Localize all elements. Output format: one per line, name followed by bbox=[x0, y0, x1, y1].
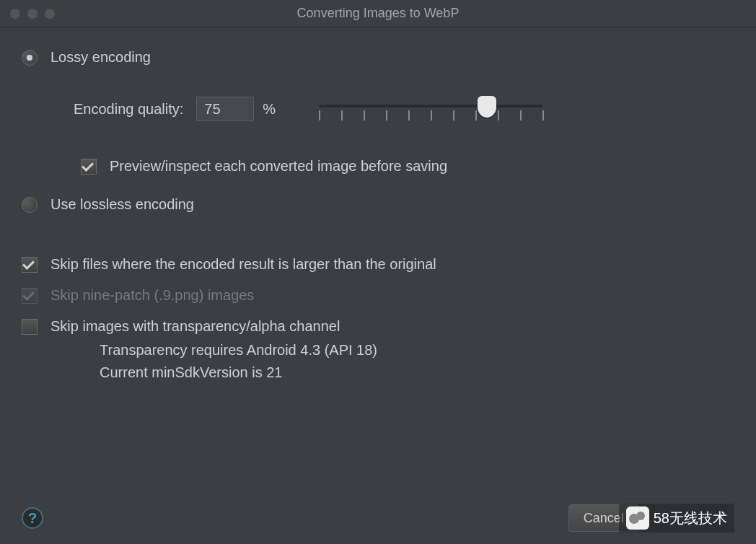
maximize-window-button[interactable] bbox=[45, 9, 55, 19]
preview-row: Preview/inspect each converted image bef… bbox=[81, 158, 734, 175]
footer-buttons: Cancel 58无线技术 bbox=[568, 504, 734, 532]
traffic-lights bbox=[10, 9, 55, 19]
encoding-quality-row: Encoding quality: % bbox=[74, 95, 734, 123]
help-icon[interactable]: ? bbox=[22, 507, 43, 529]
slider-track bbox=[319, 105, 542, 108]
lossy-encoding-radio[interactable] bbox=[22, 50, 38, 66]
preview-checkbox[interactable] bbox=[81, 159, 97, 175]
transparency-hint-1: Transparency requires Android 4.3 (API 1… bbox=[100, 342, 734, 359]
skip-transparency-checkbox[interactable] bbox=[22, 319, 38, 335]
lossless-encoding-radio[interactable] bbox=[22, 197, 38, 213]
skip-ninepatch-label: Skip nine-patch (.9.png) images bbox=[50, 287, 254, 304]
dialog-footer: ? Cancel 58无线技术 bbox=[0, 504, 756, 532]
close-window-button[interactable] bbox=[10, 9, 20, 19]
skip-ninepatch-row: Skip nine-patch (.9.png) images bbox=[22, 287, 734, 304]
skip-transparency-label: Skip images with transparency/alpha chan… bbox=[50, 318, 340, 335]
encoding-quality-slider[interactable] bbox=[319, 95, 542, 123]
skip-larger-label: Skip files where the encoded result is l… bbox=[50, 256, 436, 273]
encoding-quality-label: Encoding quality: bbox=[74, 101, 183, 118]
lossy-encoding-label: Lossy encoding bbox=[50, 49, 151, 66]
slider-ticks bbox=[319, 110, 542, 120]
encoding-quality-input[interactable] bbox=[196, 97, 254, 121]
wechat-icon bbox=[626, 506, 649, 530]
minimize-window-button[interactable] bbox=[27, 9, 38, 19]
transparency-hint-2: Current minSdkVersion is 21 bbox=[100, 364, 734, 381]
skip-larger-row: Skip files where the encoded result is l… bbox=[22, 256, 734, 273]
preview-label: Preview/inspect each converted image bef… bbox=[110, 158, 447, 175]
encoding-quality-unit: % bbox=[263, 101, 276, 118]
lossless-encoding-row: Use lossless encoding bbox=[22, 196, 734, 213]
dialog-content: Lossy encoding Encoding quality: % bbox=[0, 27, 756, 401]
skip-ninepatch-checkbox bbox=[22, 288, 38, 304]
skip-larger-checkbox[interactable] bbox=[22, 257, 38, 273]
titlebar: Converting Images to WebP bbox=[0, 0, 756, 27]
watermark-overlay: 58无线技术 bbox=[619, 504, 734, 532]
skip-transparency-row: Skip images with transparency/alpha chan… bbox=[22, 318, 734, 335]
lossy-encoding-row: Lossy encoding bbox=[22, 49, 734, 66]
watermark-text: 58无线技术 bbox=[654, 509, 727, 528]
window-title: Converting Images to WebP bbox=[10, 6, 746, 21]
slider-thumb[interactable] bbox=[478, 96, 496, 118]
lossless-encoding-label: Use lossless encoding bbox=[50, 196, 194, 213]
